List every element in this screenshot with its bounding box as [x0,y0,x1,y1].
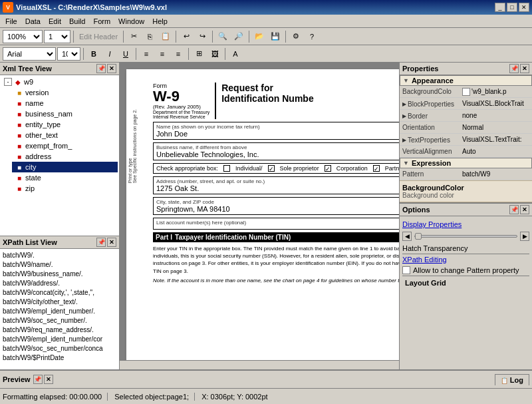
tree-root[interactable]: - ◆ w9 [1,77,118,87]
xpath-list[interactable]: batch/W9/. batch/W9/name/. batch/W9/busi… [0,249,119,369]
tree-item-city[interactable]: ■ city [12,162,118,172]
menu-form[interactable]: Form [89,16,114,27]
options-close[interactable]: ✕ [520,205,529,214]
copy-btn[interactable]: ⎘ [142,29,157,44]
minimize-button[interactable]: _ [495,3,505,12]
window-controls[interactable]: _ □ ✕ [495,3,529,12]
tree-expand-root[interactable]: - [4,78,12,86]
xpath-item-6[interactable]: batch/W9/empl_ident_number/. [1,306,118,315]
open-btn[interactable]: 📂 [252,29,267,44]
options-pin[interactable]: 📌 [509,205,519,214]
zoom-in-btn[interactable]: 🔎 [231,29,246,44]
prop-pattern-value: batch/W9 [460,170,532,178]
menu-edit[interactable]: Edit [45,16,65,27]
sep1 [73,31,74,43]
bg-color-swatch[interactable] [462,88,470,96]
settings-btn[interactable]: ⚙ [289,29,303,44]
help-btn[interactable]: ? [305,29,319,44]
part1-label: Part I [156,234,172,241]
undo-btn[interactable]: ↩ [179,29,194,44]
xpath-editing-link[interactable]: XPath Editing [402,256,529,264]
align-center-btn[interactable]: ≡ [155,47,170,61]
font-select[interactable]: Arial [3,47,56,61]
insert-table-btn[interactable]: ⊞ [192,47,206,61]
color-btn[interactable]: A [228,47,243,61]
xml-tree-close[interactable]: ✕ [107,64,116,73]
tree-item-other[interactable]: ■ other_text [12,130,118,140]
xpath-close[interactable]: ✕ [107,238,116,247]
xpath-pin[interactable]: 📌 [96,238,106,247]
maximize-button[interactable]: □ [507,3,517,12]
xpath-item-3[interactable]: batch/W9/address/. [1,278,118,288]
display-props-link[interactable]: Display Properties [402,219,529,230]
document-scroll[interactable]: Print or typeSee Specific instructions o… [120,63,399,360]
zoom-select[interactable]: 100% [3,30,43,43]
expression-section-header[interactable]: ▼ Expression [400,158,532,168]
log-tab[interactable]: 📋 Log [495,374,529,385]
text-expand-icon: ▶ [402,137,406,143]
redo-btn[interactable]: ↪ [195,29,209,44]
underline-btn[interactable]: U [118,47,133,61]
appearance-section-header[interactable]: ▼ Appearance [400,75,532,86]
side-instruction-text: Print or typeSee Specific instructions o… [128,109,137,183]
align-right-btn[interactable]: ≡ [171,47,186,61]
menu-data[interactable]: Data [21,16,45,27]
tree-item-name[interactable]: ■ name [12,98,118,108]
xpath-item-0[interactable]: batch/W9/. [1,250,118,260]
xpath-item-1[interactable]: batch/W9/name/. [1,260,118,269]
tree-item-state[interactable]: ■ state [12,172,118,183]
edit-header-btn[interactable]: Edit Header [76,29,120,44]
xpath-item-10[interactable]: batch/W9/soc_sec_number/conca [1,343,118,353]
checkbox-sole[interactable]: ✓ [268,165,275,172]
tree-item-zip[interactable]: ■ zip [12,183,118,194]
toolbar2: Arial 10 B I U ≡ ≡ ≡ ⊞ 🖼 A [0,45,532,63]
xml-tree-view[interactable]: - ◆ w9 ■ version ■ name ■ business_nam [0,75,119,236]
italic-btn[interactable]: I [102,47,117,61]
page-select[interactable]: 1 [44,30,70,43]
part1-title: Taxpayer Identification Number (TIN) [175,234,291,241]
checkbox-partner[interactable]: ✓ [373,165,380,172]
slider-track[interactable] [414,235,517,238]
zoom-out-btn[interactable]: 🔍 [215,29,230,44]
options-title: Options [402,206,430,214]
slider-thumb[interactable] [415,233,422,240]
xpath-item-8[interactable]: batch/W9/req_name_address/. [1,325,118,334]
allow-change-checkbox[interactable] [402,266,410,274]
tree-item-exempt[interactable]: ■ exempt_from_ [12,140,118,151]
xml-tree-pin[interactable]: 📌 [96,64,106,73]
save-btn[interactable]: 💾 [268,29,283,44]
checkbox-individual[interactable] [223,165,230,172]
tree-item-version[interactable]: ■ version [12,87,118,98]
tree-item-business[interactable]: ■ business_nam [12,108,118,119]
slider-left-btn[interactable]: ◀ [402,232,412,241]
preview-close[interactable]: ✕ [44,375,53,384]
cut-btn[interactable]: ✂ [126,29,141,44]
xpath-item-4[interactable]: batch/W9/concat(city,', ',state,'', [1,288,118,297]
menu-build[interactable]: Build [65,16,89,27]
menu-file[interactable]: File [1,16,21,27]
align-left-btn[interactable]: ≡ [139,47,154,61]
checkbox-corp[interactable]: ✓ [325,165,331,172]
xpath-item-7[interactable]: batch/W9/soc_sec_number/. [1,315,118,325]
menu-window[interactable]: Window [114,16,148,27]
h-scrollbar[interactable] [120,360,399,369]
preview-pin[interactable]: 📌 [33,375,43,384]
properties-close[interactable]: ✕ [520,64,529,73]
bold-btn[interactable]: B [86,47,101,61]
xpath-item-2[interactable]: batch/W9/business_name/. [1,269,118,278]
menu-help[interactable]: Help [148,16,172,27]
slider-right-btn[interactable]: ▶ [520,232,529,241]
xpath-item-9[interactable]: batch/W9/empl_ident_number/cor [1,334,118,343]
properties-pin[interactable]: 📌 [509,64,519,73]
tree-item-entity[interactable]: ■ entity_type [12,119,118,130]
sep8 [136,48,136,60]
tree-label-root: w9 [24,78,33,86]
xpath-item-5[interactable]: batch/W9/city/other_text/. [1,297,118,306]
tree-item-address[interactable]: ■ address [12,151,118,162]
close-button[interactable]: ✕ [519,3,529,12]
xpath-item-11[interactable]: batch/W9/$PrintDate [1,353,118,362]
paste-btn[interactable]: 📋 [158,29,173,44]
insert-image-btn[interactable]: 🖼 [207,47,222,61]
sep3 [176,31,176,43]
font-size-select[interactable]: 10 [57,47,80,61]
